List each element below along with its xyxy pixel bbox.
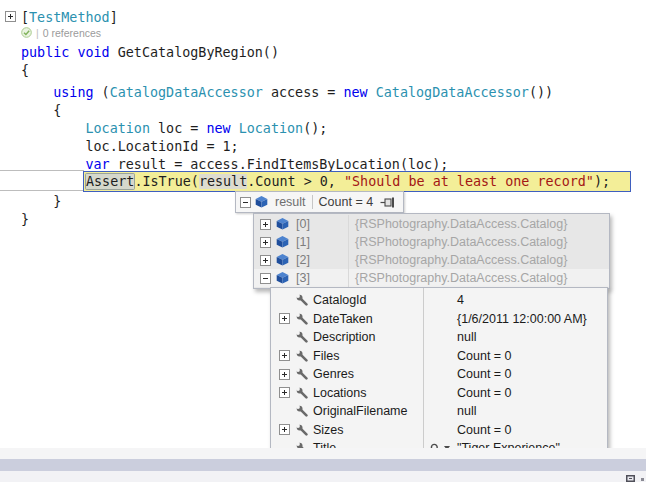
code-token: ); xyxy=(594,174,610,189)
code-token: CatalogDataAccessor xyxy=(110,85,263,100)
datatip-item-row[interactable]: [3]{RSPhotography.DataAccess.Catalog} xyxy=(254,269,609,287)
line-locationid: loc.LocationId = 1; xyxy=(21,138,239,156)
datatip-property-row[interactable]: FilesCount = 0 xyxy=(271,347,607,366)
code-token: Assert xyxy=(86,174,134,189)
line-test-attribute: [TestMethod] xyxy=(21,9,118,27)
expand-expander-icon[interactable] xyxy=(260,255,271,266)
code-token: var xyxy=(86,157,110,172)
item-value: {RSPhotography.DataAccess.Catalog} xyxy=(348,215,609,233)
property-value: 4 xyxy=(457,293,464,307)
item-index-label: [3] xyxy=(296,271,310,285)
expand-expander-icon[interactable] xyxy=(279,313,290,324)
scrollbar-corner-glyph xyxy=(626,475,635,482)
code-token: Location xyxy=(239,121,304,136)
item-value: {RSPhotography.DataAccess.Catalog} xyxy=(348,233,609,251)
datatip-item-row[interactable]: [2]{RSPhotography.DataAccess.Catalog} xyxy=(254,251,609,269)
line-location-decl: Location loc = new Location(); xyxy=(21,120,327,138)
datatip-property-row[interactable]: SizesCount = 0 xyxy=(271,421,607,440)
item-value: {RSPhotography.DataAccess.Catalog} xyxy=(348,251,609,269)
property-value-cell: null xyxy=(424,402,607,421)
property-name: Genres xyxy=(313,367,354,381)
line-using-open-brace: { xyxy=(21,102,61,120)
property-icon xyxy=(296,294,308,306)
datatip-properties-panel: CatalogId4DateTaken{1/6/2011 12:00:00 AM… xyxy=(270,287,608,459)
datatip-item-row[interactable]: [0]{RSPhotography.DataAccess.Catalog} xyxy=(254,215,609,233)
datatip-property-row[interactable]: CatalogId4 xyxy=(271,291,607,310)
code-token xyxy=(21,85,53,100)
property-value-cell: {1/6/2011 12:00:00 AM} xyxy=(424,310,607,329)
property-value: {1/6/2011 12:00:00 AM} xyxy=(457,312,587,326)
property-value: null xyxy=(457,404,476,418)
property-icon xyxy=(296,387,308,399)
property-value: Count = 0 xyxy=(457,367,512,381)
property-value: Count = 0 xyxy=(457,349,512,363)
pin-icon[interactable] xyxy=(380,197,396,208)
property-value-cell: Count = 0 xyxy=(424,421,607,440)
datatip-variable-value: Count = 4 xyxy=(319,195,374,209)
codelens-separator: | xyxy=(36,27,39,39)
property-value: Count = 0 xyxy=(457,423,512,437)
codelens-references-link[interactable]: 0 references xyxy=(43,27,101,39)
item-index-label: [1] xyxy=(296,235,310,249)
expand-expander-icon[interactable] xyxy=(279,424,290,435)
property-icon xyxy=(296,350,308,362)
bottom-strip-lighter xyxy=(0,471,646,482)
code-token: } xyxy=(21,194,61,209)
datatip-header[interactable]: result Count = 4 xyxy=(235,191,404,213)
code-token xyxy=(21,121,86,136)
property-value: Count = 0 xyxy=(457,386,512,400)
datatip-property-row[interactable]: DateTaken{1/6/2011 12:00:00 AM} xyxy=(271,310,607,329)
property-value-cell: null xyxy=(424,328,607,347)
line-method-close-brace: } xyxy=(21,211,29,229)
property-value-cell: Count = 0 xyxy=(424,365,607,384)
code-token: loc.LocationId = 1; xyxy=(21,139,239,154)
code-token: using xyxy=(53,85,93,100)
object-icon xyxy=(276,254,289,266)
bottom-strip-light xyxy=(0,448,646,459)
line-using-close-brace: } xyxy=(21,193,61,211)
object-icon xyxy=(276,272,289,284)
code-token: { xyxy=(21,63,29,78)
object-icon xyxy=(255,196,268,208)
datatip-variable-name: result xyxy=(275,195,306,209)
code-token: result xyxy=(199,174,247,189)
code-token: "Should be at least one record" xyxy=(344,174,594,189)
code-token xyxy=(21,157,86,172)
property-name: CatalogId xyxy=(313,293,367,307)
expand-expander-icon[interactable] xyxy=(279,369,290,380)
expand-expander-icon[interactable] xyxy=(260,219,271,230)
code-token: ] xyxy=(110,10,118,25)
expand-expander-icon[interactable] xyxy=(260,237,271,248)
datatip-item-row[interactable]: [1]{RSPhotography.DataAccess.Catalog} xyxy=(254,233,609,251)
code-token: GetCatalogByRegion() xyxy=(110,45,279,60)
code-token: { xyxy=(21,103,61,118)
datatip-property-row[interactable]: OriginalFilenamenull xyxy=(271,402,607,421)
datatip-property-row[interactable]: Descriptionnull xyxy=(271,328,607,347)
line-assert-current-statement[interactable]: Assert.IsTrue(result.Count > 0, "Should … xyxy=(83,171,631,192)
collapse-expander-icon[interactable] xyxy=(240,197,251,208)
property-name: Files xyxy=(313,349,339,363)
code-token: new xyxy=(206,121,230,136)
code-token: .Count > 0, xyxy=(247,174,344,189)
expand-expander-icon[interactable] xyxy=(279,350,290,361)
property-value-cell: 4 xyxy=(424,291,607,310)
line-method-signature: public void GetCatalogByRegion() xyxy=(21,44,279,62)
test-passed-icon[interactable] xyxy=(21,27,32,38)
property-name: OriginalFilename xyxy=(313,404,407,418)
code-token: (); xyxy=(303,121,327,136)
code-token: .IsTrue( xyxy=(134,174,199,189)
line-method-open-brace: { xyxy=(21,62,29,80)
property-value: null xyxy=(457,330,476,344)
datatip-property-row[interactable]: LocationsCount = 0 xyxy=(271,384,607,403)
property-icon xyxy=(296,368,308,380)
collapse-expander-icon[interactable] xyxy=(260,273,271,284)
object-icon xyxy=(276,218,289,230)
datatip-property-row[interactable]: GenresCount = 0 xyxy=(271,365,607,384)
overflow-expander-icon[interactable] xyxy=(5,11,16,22)
expand-expander-icon[interactable] xyxy=(279,387,290,398)
code-token: [ xyxy=(21,10,29,25)
property-icon xyxy=(296,313,308,325)
code-token xyxy=(368,85,376,100)
property-icon xyxy=(296,405,308,417)
property-value-cell: Count = 0 xyxy=(424,347,607,366)
